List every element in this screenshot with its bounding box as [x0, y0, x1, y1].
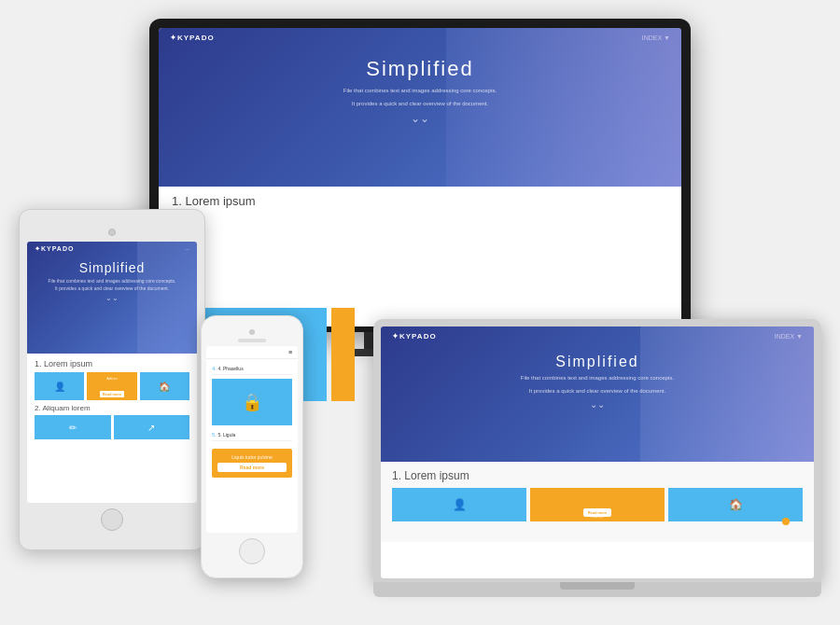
laptop-site-header: ✦KYPADO INDEX ▼ Simplified File that com… [381, 326, 814, 462]
phone-list-text-5: 5. Ligula [217, 432, 235, 438]
tablet-house-icon: 🏠 [159, 382, 170, 392]
phone-menu-icon[interactable]: ≡ [288, 349, 292, 355]
laptop-hero: Simplified File that combines text and i… [381, 346, 814, 417]
scene: ✦KYPADO INDEX ▼ Simplified File that com… [19, 19, 821, 606]
phone-list-2: 5. 5. Ligula [206, 425, 298, 445]
laptop-logo: ✦KYPADO [392, 332, 437, 340]
phone-frame: ✦KYPADO ≡ 4. 4. Phasellus 🔒 5 [201, 315, 303, 578]
laptop-card-admin: Admin Read more [530, 488, 665, 521]
phone-cta-btn[interactable]: Read more [217, 463, 287, 472]
tablet-card-user: 👤 [35, 372, 84, 400]
tablet-hero-arrow: ⌄⌄ [36, 294, 188, 302]
tablet-hero-sub1: File that combines text and images addre… [36, 278, 188, 285]
tablet: ✦KYPADO ··· Simplified File that combine… [19, 209, 205, 550]
phone-lock-icon: 🔒 [242, 392, 262, 412]
monitor-screen: ✦KYPADO INDEX ▼ Simplified File that com… [159, 28, 681, 326]
laptop-hero-sub2: It provides a quick and clear overview o… [504, 387, 691, 396]
monitor-site-header: ✦KYPADO INDEX ▼ Simplified File that com… [159, 28, 681, 187]
monitor-logo: ✦KYPADO [170, 34, 215, 42]
tablet-site-header: ✦KYPADO ··· Simplified File that combine… [27, 242, 197, 354]
laptop-hero-arrow: ⌄⌄ [399, 399, 795, 410]
phone-list-item-4: 4. 4. Phasellus [212, 363, 292, 375]
phone-card-lock: 🔒 [212, 379, 292, 425]
tablet-content: 1. Lorem ipsum 👤 Admin Read more 🏠 [27, 354, 197, 445]
monitor-hero: Simplified File that combines text and i… [159, 48, 681, 136]
laptop-hero-sub1: File that combines text and images addre… [504, 374, 691, 383]
laptop: ✦KYPADO INDEX ▼ Simplified File that com… [373, 319, 821, 597]
laptop-dot [782, 518, 790, 525]
laptop-site-content: 1. Lorem ipsum 👤 Admin Read more 🏠 [381, 462, 814, 542]
tablet-hero: Simplified File that combines text and i… [27, 257, 197, 306]
monitor: ✦KYPADO INDEX ▼ Simplified File that com… [149, 19, 691, 356]
laptop-notch [560, 582, 635, 590]
laptop-card-user: 👤 [392, 488, 526, 521]
laptop-cards-row: 👤 Admin Read more 🏠 [392, 488, 803, 521]
laptop-card-house: 🏠 [668, 488, 803, 521]
tablet-section1-title: 1. Lorem ipsum [35, 359, 189, 368]
phone-screen: ✦KYPADO ≡ 4. 4. Phasellus 🔒 5 [206, 346, 298, 533]
tablet-admin-label: Admin [106, 376, 117, 381]
phone-list-text-4: 4. Phasellus [217, 366, 243, 371]
monitor-hero-title: Simplified [177, 57, 663, 81]
tablet-camera [108, 229, 116, 236]
tablet-section2-title: 2. Aliquam lorem [35, 404, 189, 412]
phone-cta-block: Liquis turtor pulvine Read more [212, 449, 292, 478]
tablet-home-button[interactable] [101, 508, 123, 531]
tablet-cards-row1: 👤 Admin Read more 🏠 [35, 372, 189, 400]
phone-home-button[interactable] [239, 538, 265, 564]
laptop-screen: ✦KYPADO INDEX ▼ Simplified File that com… [381, 326, 814, 578]
tablet-screen: ✦KYPADO ··· Simplified File that combine… [27, 242, 197, 503]
tablet-hero-sub2: It provides a quick and clear overview o… [36, 285, 188, 293]
laptop-hero-title: Simplified [399, 354, 795, 370]
tablet-user-icon: 👤 [54, 382, 65, 392]
tablet-card-house: 🏠 [140, 372, 189, 400]
tablet-card-admin: Admin Read more [87, 372, 136, 400]
phone-list-num-4: 4. [212, 366, 217, 371]
laptop-bottom [373, 582, 821, 597]
laptop-house-icon: 🏠 [729, 498, 743, 511]
phone-cta-text: Liquis turtor pulvine [217, 454, 287, 460]
monitor-hero-sub1: File that combines text and images addre… [327, 87, 513, 96]
tablet-logo: ✦KYPADO [35, 245, 74, 253]
phone-logo: ✦KYPADO [212, 350, 242, 355]
tablet-edit-icon: ✏ [69, 423, 77, 433]
monitor-site-content: 1. Lorem ipsum [159, 187, 681, 221]
tablet-card-edit: ✏ [35, 415, 111, 439]
phone-list-num-5: 5. [212, 432, 217, 438]
phone-nav: ✦KYPADO ≡ [206, 346, 298, 359]
tablet-card-orange [331, 308, 355, 401]
tablet-read-more-btn[interactable]: Read more [100, 391, 125, 397]
monitor-hero-sub2: It provides a quick and clear overview o… [327, 100, 513, 109]
laptop-section1-title: 1. Lorem ipsum [392, 469, 803, 482]
phone: ✦KYPADO ≡ 4. 4. Phasellus 🔒 5 [201, 315, 303, 578]
tablet-frame: ✦KYPADO ··· Simplified File that combine… [19, 209, 205, 550]
tablet-card-share: ↗ [114, 415, 190, 439]
monitor-section1-title: 1. Lorem ipsum [172, 194, 668, 208]
tablet-hero-title: Simplified [36, 260, 188, 275]
tablet-cards-row2: ✏ ↗ [35, 415, 189, 439]
phone-speaker [238, 339, 266, 342]
phone-camera [249, 329, 255, 335]
tablet-share-icon: ↗ [147, 423, 155, 433]
laptop-read-more-btn[interactable]: Read more [583, 508, 612, 517]
monitor-frame: ✦KYPADO INDEX ▼ Simplified File that com… [149, 19, 691, 332]
phone-list-item-5: 5. 5. Ligula [212, 429, 292, 441]
laptop-frame: ✦KYPADO INDEX ▼ Simplified File that com… [373, 319, 821, 582]
monitor-hero-arrow: ⌄⌄ [177, 112, 663, 125]
laptop-user-icon: 👤 [453, 498, 467, 511]
phone-list: 4. 4. Phasellus [206, 359, 298, 379]
